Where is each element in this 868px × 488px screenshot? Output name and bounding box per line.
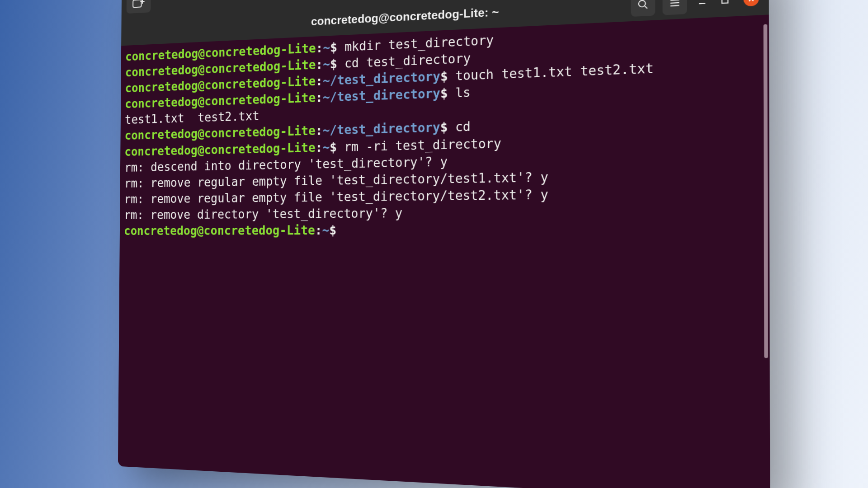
prompt-path: ~/test_directory <box>323 86 440 105</box>
terminal-body[interactable]: concretedog@concretedog-Lite:~$ mkdir te… <box>118 14 770 488</box>
prompt-dollar: $ <box>440 86 456 101</box>
prompt-path: ~ <box>323 57 330 71</box>
output-text: test1.txt test2.txt <box>125 109 259 127</box>
prompt-path: ~/test_directory <box>322 120 440 138</box>
svg-point-3 <box>639 0 646 7</box>
prompt-path: ~ <box>322 140 330 155</box>
prompt-separator: : <box>316 41 323 55</box>
close-icon <box>747 0 755 3</box>
prompt-separator: : <box>316 74 323 88</box>
minimize-icon <box>697 0 707 6</box>
prompt-command: ls <box>455 85 471 100</box>
svg-line-6 <box>670 3 679 3</box>
prompt-dollar: $ <box>330 140 344 154</box>
svg-rect-0 <box>133 0 142 7</box>
minimize-button[interactable] <box>694 0 709 9</box>
prompt-separator: : <box>316 57 323 72</box>
prompt-path: ~ <box>323 41 330 55</box>
svg-rect-9 <box>722 0 728 3</box>
svg-line-4 <box>645 6 647 9</box>
prompt-dollar: $ <box>329 223 344 238</box>
title-actions <box>631 0 759 17</box>
prompt-command: rm -ri test_directory <box>344 136 501 154</box>
svg-line-8 <box>699 3 705 4</box>
close-button[interactable] <box>744 0 759 7</box>
prompt-path: ~ <box>322 223 329 238</box>
new-tab-button[interactable] <box>127 0 151 14</box>
search-button[interactable] <box>631 0 656 17</box>
scrollbar[interactable] <box>764 24 768 358</box>
prompt-user: concretedog@concretedog-Lite <box>124 141 315 159</box>
terminal-output: concretedog@concretedog-Lite:~$ mkdir te… <box>124 19 764 239</box>
menu-button[interactable] <box>663 0 687 15</box>
prompt-separator: : <box>316 123 323 138</box>
prompt-separator: : <box>315 223 322 237</box>
terminal-window: concretedog@concretedog-Lite: ~ <box>118 0 770 488</box>
new-tab-icon <box>132 0 145 9</box>
prompt-path: ~/test_directory <box>323 69 440 88</box>
prompt-command: cd <box>455 119 471 134</box>
prompt-dollar: $ <box>440 120 456 135</box>
prompt-user: concretedog@concretedog-Lite <box>124 223 315 238</box>
prompt-dollar: $ <box>440 69 456 84</box>
prompt-dollar: $ <box>330 56 344 71</box>
search-icon <box>637 0 649 10</box>
prompt-dollar: $ <box>330 40 344 55</box>
svg-line-5 <box>670 0 679 0</box>
maximize-icon <box>721 0 729 5</box>
output-text: rm: remove directory 'test_directory'? y <box>124 206 402 222</box>
maximize-button[interactable] <box>717 0 733 8</box>
terminal-line: concretedog@concretedog-Lite:~$ <box>124 220 764 239</box>
hamburger-icon <box>669 0 681 9</box>
prompt-separator: : <box>316 90 323 105</box>
svg-line-2 <box>140 1 144 2</box>
prompt-separator: : <box>316 140 323 155</box>
svg-line-7 <box>670 5 679 6</box>
